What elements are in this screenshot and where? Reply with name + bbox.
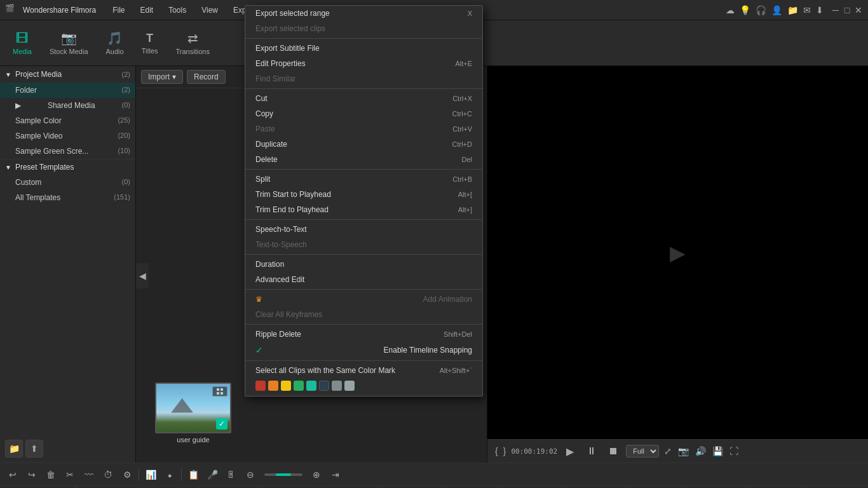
color-dot-gray[interactable] [332, 381, 342, 391]
sample-video-item[interactable]: Sample Video (20) [0, 128, 135, 144]
download-icon[interactable]: ⬇ [816, 5, 824, 15]
menu-tools[interactable]: Tools [165, 4, 190, 16]
audio-mix-button[interactable]: 🎚 [224, 467, 239, 482]
sample-color-item[interactable]: Sample Color (25) [0, 113, 135, 128]
color-dot-silver[interactable] [344, 381, 355, 391]
preview-panel: ▶ { } 00:00:19:02 ▶ ⏸ ⏹ Full ⤢ 📷 🔊 💾 ⛶ [487, 66, 868, 463]
thumb-preview: ✓ [155, 383, 231, 433]
ripple-button[interactable]: 〰 [81, 467, 97, 482]
headset-icon[interactable]: 🎧 [756, 5, 766, 15]
menu-file[interactable]: File [109, 4, 128, 16]
snap-button[interactable]: ⇥ [328, 467, 343, 482]
ctx-ripple-delete[interactable]: Ripple Delete Shift+Del [245, 327, 482, 342]
import-button[interactable]: Import ▾ [141, 70, 183, 84]
delete-button[interactable]: 🗑 [43, 467, 58, 482]
ctx-speech-to-text[interactable]: Speech-to-Text [245, 222, 482, 237]
undo-button[interactable]: ↩ [5, 467, 20, 482]
ctx-advanced-edit[interactable]: Advanced Edit [245, 272, 482, 287]
maximize-button[interactable]: □ [843, 6, 851, 15]
bulb-icon[interactable]: 💡 [740, 5, 750, 15]
mail-icon[interactable]: ✉ [803, 5, 811, 15]
color-dot-red[interactable] [255, 381, 266, 391]
cloud-icon[interactable]: ☁ [726, 5, 735, 15]
ctx-delete-label: Delete [255, 155, 278, 164]
folder-icon[interactable]: 📁 [787, 5, 798, 15]
ctx-cut[interactable]: Cut Ctrl+X [245, 91, 482, 106]
cut-button[interactable]: ✂ [62, 467, 78, 482]
zoom-slider[interactable] [264, 473, 302, 476]
ctx-enable-snapping[interactable]: ✓ Enable Timeline Snapping [245, 342, 482, 358]
new-track-button[interactable]: 📋 [186, 467, 201, 482]
ctx-duplicate[interactable]: Duplicate Ctrl+D [245, 137, 482, 152]
minimize-button[interactable]: ─ [831, 6, 840, 15]
check-icon: ✓ [255, 345, 263, 355]
import-dropdown-icon[interactable]: ▾ [172, 72, 176, 81]
ctx-edit-props[interactable]: Edit Properties Alt+E [245, 56, 482, 71]
expand-icon[interactable]: ⤢ [664, 446, 672, 456]
menu-edit[interactable]: Edit [137, 4, 158, 16]
volume-icon[interactable]: 🔊 [695, 446, 706, 456]
screenshot-icon[interactable]: 📷 [678, 446, 689, 456]
ctx-export-range[interactable]: Export selected range X [245, 6, 482, 21]
save-icon[interactable]: 💾 [712, 446, 723, 456]
project-media-header[interactable]: ▼ Project Media (2) [0, 66, 135, 83]
color-dot-dark[interactable] [319, 381, 329, 391]
toolbar-stock[interactable]: 📷 Stock Media [42, 28, 96, 58]
toolbar-titles[interactable]: T Titles [134, 29, 166, 57]
quality-select[interactable]: Full [626, 445, 659, 458]
ctx-select-same-color[interactable]: Select all Clips with the Same Color Mar… [245, 363, 482, 378]
thumb-label: user guide [155, 436, 231, 444]
ctx-trim-start[interactable]: Trim Start to Playhead Alt+[ [245, 187, 482, 202]
close-button[interactable]: ✕ [854, 6, 863, 15]
scroll-left-arrow[interactable]: ◀ [136, 263, 149, 288]
ctx-copy[interactable]: Copy Ctrl+C [245, 106, 482, 121]
mark-in-button[interactable]: { [495, 446, 498, 456]
color-dot-yellow[interactable] [281, 381, 291, 391]
filter-button[interactable]: ⚙ [119, 467, 135, 482]
toolbar-transitions[interactable]: ⇄ Transitions [168, 28, 217, 58]
ctx-delete[interactable]: Delete Del [245, 152, 482, 167]
stop-button[interactable]: ⏹ [606, 444, 621, 459]
all-templates-item[interactable]: All Templates (151) [0, 190, 135, 205]
fullscreen-icon[interactable]: ⛶ [729, 446, 738, 456]
shared-media-item[interactable]: ▶ Shared Media (0) [0, 98, 135, 113]
speed-button[interactable]: ⏱ [100, 467, 116, 482]
ctx-trim-end[interactable]: Trim End to Playhead Alt+] [245, 202, 482, 217]
play-button[interactable]: ▶ [562, 444, 578, 459]
media-thumbnail[interactable]: ✓ user guide [155, 383, 231, 444]
color-dot-teal[interactable] [306, 381, 316, 391]
zoom-in-button[interactable]: ⊕ [309, 467, 324, 482]
context-menu: Export selected range X Export selected … [245, 5, 483, 396]
sample-green-item[interactable]: Sample Green Scre... (10) [0, 144, 135, 159]
dot1 [217, 388, 219, 391]
ctx-export-subtitle[interactable]: Export Subtitle File [245, 41, 482, 56]
audio-button[interactable]: 📊 [143, 467, 158, 482]
folder-item[interactable]: Folder (2) [0, 83, 135, 98]
toolbar-audio[interactable]: 🎵 Audio [98, 28, 132, 58]
ctx-duplicate-shortcut: Ctrl+D [452, 140, 472, 148]
sample-green-count: (10) [118, 147, 130, 156]
ctx-clear-keyframes: Clear All Keyframes [245, 307, 482, 322]
import-button[interactable]: ⬆ [25, 440, 43, 458]
custom-item[interactable]: Custom (0) [0, 175, 135, 190]
ctx-duration[interactable]: Duration [245, 257, 482, 272]
microphone-button[interactable]: 🎤 [205, 467, 220, 482]
ctx-sep-4 [245, 219, 482, 220]
redo-button[interactable]: ↪ [24, 467, 39, 482]
preset-templates-header[interactable]: ▼ Preset Templates [0, 159, 135, 175]
zoom-out-button[interactable]: ⊖ [243, 467, 258, 482]
ctx-text-to-speech-label: Text-to-Speech [255, 240, 307, 249]
color-dot-orange[interactable] [268, 381, 278, 391]
ctx-duration-label: Duration [255, 260, 284, 269]
marker-button[interactable]: ⬥ [162, 467, 177, 482]
mark-out-button[interactable]: } [503, 446, 506, 456]
new-folder-button[interactable]: 📁 [5, 440, 23, 458]
toolbar-media[interactable]: 🎞 Media [5, 29, 39, 58]
ctx-paste-shortcut: Ctrl+V [452, 125, 472, 133]
ctx-split[interactable]: Split Ctrl+B [245, 172, 482, 187]
color-dot-green[interactable] [294, 381, 304, 391]
avatar-icon[interactable]: 👤 [771, 5, 782, 15]
menu-view[interactable]: View [198, 4, 222, 16]
pause-button[interactable]: ⏸ [584, 444, 599, 459]
record-button[interactable]: Record [187, 70, 226, 84]
